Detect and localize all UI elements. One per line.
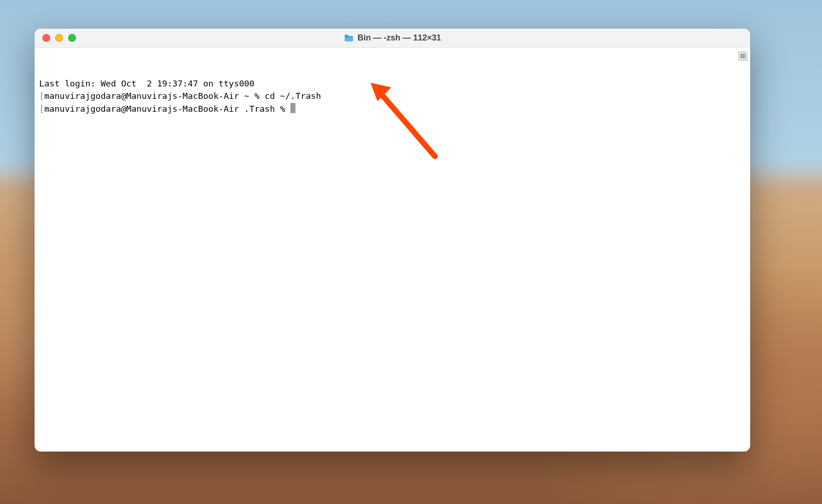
folder-icon [344,34,354,42]
svg-rect-0 [741,54,745,55]
terminal-line-1: [manuvirajgodara@Manuvirajs-MacBook-Air … [39,90,746,103]
scroll-indicator-icon[interactable] [738,52,747,61]
window-titlebar[interactable]: Bin — -zsh — 112×31 [35,29,750,48]
bracket-open-2: [ [39,104,44,114]
terminal-cursor [290,103,295,113]
terminal-content[interactable]: Last login: Wed Oct 2 19:37:47 on ttys00… [35,48,750,452]
terminal-window: Bin — -zsh — 112×31 Last login: Wed Oct … [35,29,750,452]
title-area: Bin — -zsh — 112×31 [35,33,750,43]
svg-rect-1 [741,56,745,57]
bracket-open: [ [39,91,44,101]
close-button[interactable] [42,34,50,42]
window-title: Bin — -zsh — 112×31 [358,33,441,43]
command-1: cd ~/.Trash [265,91,321,101]
terminal-line-2: [manuvirajgodara@Manuvirajs-MacBook-Air … [39,103,746,115]
prompt-1: manuvirajgodara@Manuvirajs-MacBook-Air ~… [44,91,265,101]
terminal-line-last-login: Last login: Wed Oct 2 19:37:47 on ttys00… [39,77,746,90]
maximize-button[interactable] [68,34,76,42]
prompt-2: manuvirajgodara@Manuvirajs-MacBook-Air .… [44,104,290,114]
traffic-lights [35,34,76,42]
minimize-button[interactable] [55,34,63,42]
svg-rect-2 [741,57,745,58]
